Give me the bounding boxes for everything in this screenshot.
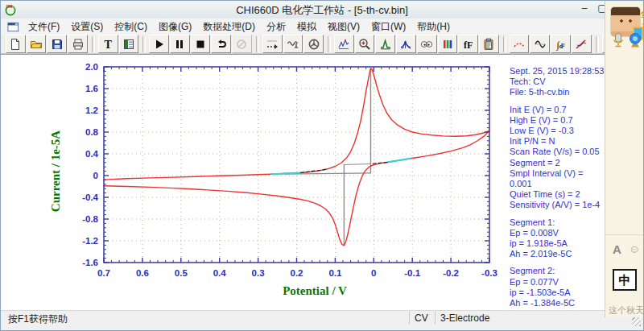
copy-clipboard-button[interactable]	[479, 35, 499, 53]
menu-item-6[interactable]: 模拟	[291, 19, 322, 34]
result-line: High E (V) = 0.7	[510, 115, 606, 126]
series-peak2-baseline	[344, 164, 370, 165]
wheel-icon	[308, 38, 320, 51]
microphone-icon[interactable]	[611, 32, 625, 48]
integration-button[interactable]: ∫d²	[551, 35, 571, 53]
new-file-button[interactable]	[6, 35, 26, 53]
x-tick-label: -0.2	[443, 268, 459, 278]
menu-item-5[interactable]: 分析	[261, 19, 291, 34]
menu-item-2[interactable]: 控制(C)	[109, 19, 153, 34]
wave-icon	[287, 38, 299, 51]
manual-result-button[interactable]	[396, 35, 416, 53]
webcam-icon[interactable]	[628, 32, 642, 48]
new-file-icon	[9, 38, 22, 51]
font-fF-icon: fF	[464, 37, 473, 52]
y-tick-label: 0.8	[85, 127, 99, 137]
color-legend-button[interactable]	[438, 35, 458, 53]
menu-item-9[interactable]: 帮助(H)	[411, 19, 456, 34]
clipboard-icon	[482, 38, 495, 51]
document-window-icon	[7, 22, 19, 32]
print-button[interactable]	[68, 35, 88, 53]
result-line: Smpl Interval (V) = 0.001	[510, 168, 606, 189]
font-format-icon[interactable]: A	[613, 242, 621, 256]
x-tick-label: 0.5	[175, 268, 188, 278]
result-line: Ep = 0.077V	[510, 277, 606, 288]
toolbar-separator	[596, 36, 599, 52]
qq-signature-text: 这个秋天这	[609, 304, 643, 317]
toolbar-separator	[142, 36, 146, 52]
run-button[interactable]	[149, 35, 169, 53]
series-segment-1-forward-scan	[104, 68, 489, 180]
pause-icon	[173, 38, 186, 51]
present-data-button[interactable]	[262, 35, 283, 53]
x-tick-label: -0.1	[404, 268, 420, 278]
peak-analysis-button[interactable]	[375, 35, 395, 53]
peak-blue-icon	[399, 38, 412, 51]
input-method-indicator[interactable]: 中	[613, 269, 637, 291]
baseline-fit-button[interactable]	[572, 35, 592, 53]
title-bar: CHI CHI660D 电化学工作站 - [5-th-cv.bin] – ▢	[1, 1, 643, 19]
zoom-in-icon	[358, 38, 371, 51]
x-tick-label: 0.6	[136, 268, 149, 278]
result-line: ip = -1.503e-5A	[510, 288, 606, 298]
series-fit-region-2	[387, 159, 411, 163]
menu-item-1[interactable]: 设置(S)	[65, 19, 109, 34]
y-tick-label: 1.6	[85, 84, 98, 93]
reverse-icon	[215, 38, 228, 51]
x-tick-label: 0.1	[328, 268, 342, 278]
toolbar: TfF∫d²?	[1, 35, 643, 54]
results-spacer	[510, 211, 606, 217]
x-tick-label: 0	[371, 268, 376, 278]
smoothing-button[interactable]	[510, 35, 530, 53]
reverse-scan-button[interactable]	[211, 35, 231, 53]
menu-item-4[interactable]: 数据处理(D)	[197, 19, 261, 34]
client-area: 0.70.60.50.40.30.20.10-0.1-0.2-0.32.01.6…	[1, 54, 644, 310]
result-line: Sept. 25, 2015 19:28:53	[510, 66, 606, 77]
text-annotation-button[interactable]: T	[98, 35, 118, 53]
y-tick-label: -0.8	[82, 214, 98, 224]
print-icon	[72, 38, 85, 51]
open-file-button[interactable]	[27, 35, 47, 53]
y-axis-title: Current / 1e-5A	[49, 83, 63, 260]
result-line: Segment = 2	[510, 158, 606, 168]
y-tick-label: 0	[93, 171, 98, 180]
input-area-divider	[605, 234, 643, 235]
text-T-icon: T	[105, 37, 112, 52]
pause-button[interactable]	[170, 35, 190, 53]
data-reader-button[interactable]	[417, 35, 437, 53]
app-window: CHI CHI660D 电化学工作站 - [5-th-cv.bin] – ▢ 文…	[0, 0, 644, 331]
save-icon	[51, 38, 64, 51]
resize-grip[interactable]	[632, 317, 641, 326]
result-line: Sensitivity (A/V) = 1e-4	[510, 200, 606, 210]
minimize-button[interactable]: –	[576, 2, 593, 15]
save-button[interactable]	[47, 35, 67, 53]
instrument-button[interactable]	[303, 35, 324, 53]
y-tick-label: 0.4	[85, 149, 99, 159]
data-plot-button[interactable]	[334, 35, 354, 53]
zoom-in-button[interactable]	[355, 35, 375, 53]
qq-nickname-fragment: 金	[641, 7, 643, 21]
y-tick-label: 2.0	[85, 62, 98, 72]
menu-item-3[interactable]: 图像(G)	[153, 19, 197, 34]
result-line: Ep = 0.008V	[510, 228, 606, 238]
status-bar: 按F1获得帮助 CV 3-Electrode	[2, 310, 642, 326]
x-axis-title: Potential / V	[122, 284, 508, 298]
result-line: Segment 1:	[510, 217, 606, 228]
menu-item-7[interactable]: 视图(V)	[322, 19, 365, 34]
toolbar-separator	[92, 36, 95, 52]
emoticon-icon[interactable]: ☺	[629, 242, 640, 255]
control-panel-button[interactable]	[119, 35, 139, 53]
filter-button[interactable]	[283, 35, 303, 53]
font-button[interactable]: fF	[458, 35, 478, 53]
result-line: Init P/N = N	[510, 136, 606, 147]
menu-item-0[interactable]: 文件(F)	[23, 19, 65, 34]
result-line: Tech: CV	[510, 77, 606, 87]
result-line: Low E (V) = -0.3	[510, 126, 606, 136]
derivative-button[interactable]	[530, 35, 550, 53]
derivative-icon	[534, 38, 547, 51]
star-icon: ★	[641, 20, 643, 29]
stop-button[interactable]	[191, 35, 211, 53]
menu-item-8[interactable]: 窗口(W)	[365, 19, 411, 34]
y-tick-label: -1.6	[82, 258, 98, 267]
status-help-text: 按F1获得帮助	[3, 312, 406, 325]
